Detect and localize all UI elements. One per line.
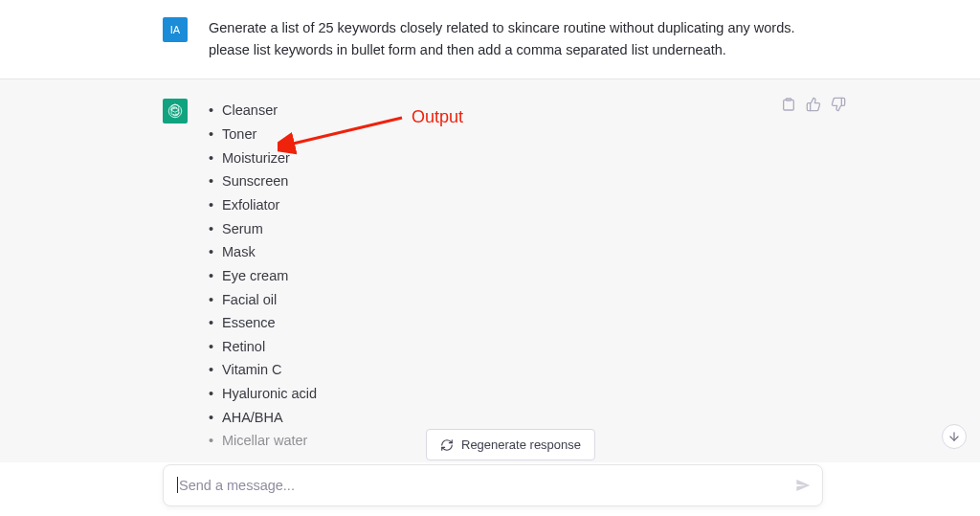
list-item: Eye cream bbox=[209, 264, 783, 288]
list-item: Vitamin C bbox=[209, 358, 783, 382]
list-item: Essence bbox=[209, 311, 783, 335]
thumbs-up-icon bbox=[806, 97, 821, 112]
assistant-avatar bbox=[163, 99, 188, 123]
message-input-container bbox=[163, 464, 823, 506]
user-avatar: IA bbox=[163, 17, 188, 42]
copy-button[interactable] bbox=[781, 97, 796, 112]
user-prompt-text: Generate a list of 25 keywords closely r… bbox=[209, 17, 821, 61]
list-item: Toner bbox=[209, 123, 783, 146]
scroll-down-button[interactable] bbox=[942, 424, 967, 449]
assistant-message: Cleanser Toner Moisturizer Sunscreen Exf… bbox=[0, 79, 980, 462]
list-item: Facial oil bbox=[209, 288, 783, 312]
clipboard-icon bbox=[781, 97, 796, 112]
arrow-down-icon bbox=[947, 430, 961, 443]
thumbs-up-button[interactable] bbox=[806, 97, 821, 112]
svg-rect-1 bbox=[786, 99, 791, 101]
list-item: AHA/BHA bbox=[209, 406, 783, 430]
regenerate-button[interactable]: Regenerate response bbox=[426, 429, 595, 460]
assistant-content: Cleanser Toner Moisturizer Sunscreen Exf… bbox=[209, 99, 783, 453]
keyword-list: Cleanser Toner Moisturizer Sunscreen Exf… bbox=[209, 99, 783, 453]
list-item: Sunscreen bbox=[209, 169, 783, 193]
thumbs-down-icon bbox=[831, 97, 846, 112]
message-input[interactable] bbox=[179, 478, 776, 493]
list-item: Retinol bbox=[209, 335, 783, 359]
list-item: Serum bbox=[209, 217, 783, 241]
list-item: Cleanser bbox=[209, 99, 783, 123]
send-button[interactable] bbox=[795, 478, 811, 493]
message-actions bbox=[781, 97, 846, 112]
list-item: Hyaluronic acid bbox=[209, 382, 783, 406]
list-item: Exfoliator bbox=[209, 193, 783, 217]
openai-icon bbox=[167, 102, 184, 120]
user-message: IA Generate a list of 25 keywords closel… bbox=[0, 0, 980, 79]
regenerate-label: Regenerate response bbox=[461, 437, 581, 452]
list-item: Moisturizer bbox=[209, 146, 783, 170]
thumbs-down-button[interactable] bbox=[831, 97, 846, 112]
send-icon bbox=[795, 478, 811, 493]
refresh-icon bbox=[440, 438, 454, 452]
list-item: Mask bbox=[209, 240, 783, 264]
